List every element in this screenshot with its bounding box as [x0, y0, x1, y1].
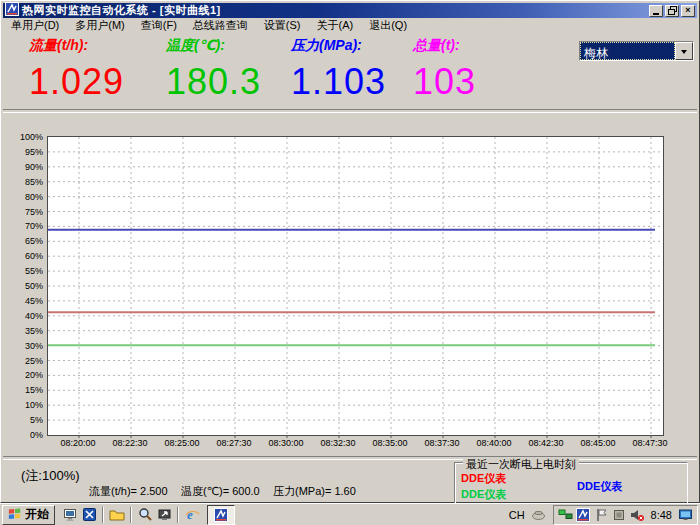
quicklaunch-divider [102, 507, 104, 523]
task-button-app[interactable] [207, 505, 235, 525]
readout-3: 总量(t):103 [413, 37, 476, 103]
restore-icon [668, 6, 677, 15]
readout-label: 流量(t/h): [29, 37, 124, 55]
screen: 热网实时监控自动化系统 - [实时曲线1] × 单用户(D)多用户(M)查询(F… [0, 0, 700, 525]
menu-item[interactable]: 关于(A) [309, 17, 362, 34]
y-tick-label: 55% [3, 266, 43, 276]
x-tick-label: 08:25:00 [152, 438, 212, 448]
dde-meter-label: DDE仪表 [461, 487, 506, 502]
quicklaunch-search-icon[interactable] [137, 507, 153, 523]
tray-monitor-icon[interactable] [678, 507, 693, 522]
menu-item[interactable]: 多用户(M) [67, 17, 133, 34]
readout-value: 180.3 [166, 61, 261, 103]
menu-item[interactable]: 总线路查询 [185, 17, 256, 34]
y-tick-label: 95% [3, 147, 43, 157]
windows-logo-icon [8, 506, 22, 523]
tray-network-icon[interactable] [558, 507, 573, 522]
menu-bar: 单用户(D)多用户(M)查询(F)总线路查询设置(S)关于(A)退出(Q) [3, 18, 697, 32]
minimize-button[interactable] [649, 5, 663, 17]
quicklaunch-desktop-icon[interactable] [62, 507, 78, 523]
x-tick-label: 08:30:00 [256, 438, 316, 448]
tray-volume-muted-icon[interactable] [630, 507, 645, 522]
quicklaunch-folder-icon[interactable] [109, 507, 125, 523]
y-tick-label: 30% [3, 341, 43, 351]
y-tick-label: 100% [3, 132, 43, 142]
scale-note: (注:100%) [21, 467, 80, 485]
reference-value: 温度(℃)= 600.0 [181, 484, 260, 499]
reference-value: 流量(t/h)= 2.500 [89, 484, 168, 499]
quicklaunch-divider [177, 507, 179, 523]
readout-2: 压力(MPa):1.103 [291, 37, 386, 103]
restore-button[interactable] [665, 5, 679, 17]
y-tick-label: 60% [3, 251, 43, 261]
language-indicator[interactable]: CH [509, 509, 525, 521]
x-tick-label: 08:45:00 [568, 438, 628, 448]
y-tick-label: 50% [3, 281, 43, 291]
readout-value: 1.029 [29, 61, 124, 103]
menu-item[interactable]: 单用户(D) [3, 17, 67, 34]
y-tick-label: 85% [3, 177, 43, 187]
system-tray: 8:48 [553, 505, 698, 525]
readout-label: 总量(t): [413, 37, 476, 55]
readout-label: 压力(MPa): [291, 37, 386, 55]
y-tick-label: 75% [3, 207, 43, 217]
close-icon: × [685, 6, 690, 15]
chart-plot-area [47, 136, 664, 436]
chevron-down-icon[interactable] [675, 42, 693, 60]
app-window: 热网实时监控自动化系统 - [实时曲线1] × 单用户(D)多用户(M)查询(F… [0, 0, 700, 503]
tray-app-logo-icon[interactable] [576, 507, 591, 522]
readout-label: 温度(℃): [166, 37, 261, 55]
x-tick-label: 08:20:00 [48, 438, 108, 448]
menu-item[interactable]: 查询(F) [133, 17, 185, 34]
readout-0: 流量(t/h):1.029 [29, 37, 124, 103]
x-tick-label: 08:32:30 [308, 438, 368, 448]
start-button[interactable]: 开始 [2, 505, 55, 525]
dde-meter-label: DDE仪表 [461, 471, 506, 486]
y-tick-label: 20% [3, 370, 43, 380]
reference-value: 压力(MPa)= 1.60 [273, 484, 356, 499]
y-tick-label: 35% [3, 326, 43, 336]
quick-launch: e [62, 507, 200, 523]
dde-meter-label: DDE仪表 [577, 479, 622, 494]
y-tick-label: 70% [3, 221, 43, 231]
quicklaunch-connect-icon[interactable] [156, 507, 172, 523]
y-tick-label: 80% [3, 192, 43, 202]
taskbar: 开始 e CH 8:48 [0, 503, 700, 525]
separator-top [3, 109, 697, 113]
x-tick-label: 08:47:30 [620, 438, 680, 448]
tray-flag-icon[interactable] [594, 507, 609, 522]
start-label: 开始 [25, 506, 49, 523]
readout-value: 1.103 [291, 61, 386, 103]
quicklaunch-app-blue-icon[interactable] [81, 507, 97, 523]
y-tick-label: 65% [3, 236, 43, 246]
x-tick-label: 08:40:00 [464, 438, 524, 448]
modem-icon[interactable] [531, 507, 547, 523]
menu-item[interactable]: 退出(Q) [361, 17, 415, 34]
svg-text:e: e [187, 507, 193, 522]
close-button[interactable]: × [681, 5, 695, 17]
y-tick-label: 45% [3, 296, 43, 306]
quicklaunch-divider [130, 507, 132, 523]
x-tick-label: 08:35:00 [360, 438, 420, 448]
y-tick-label: 90% [3, 162, 43, 172]
readout-1: 温度(℃):180.3 [166, 37, 261, 103]
separator-bottom [3, 456, 697, 460]
minimize-icon [653, 13, 659, 15]
y-tick-label: 5% [3, 415, 43, 425]
realtime-curve-chart [48, 137, 663, 435]
y-tick-label: 40% [3, 311, 43, 321]
station-select[interactable]: 梅林 [579, 41, 694, 61]
tray-device-icon[interactable] [612, 507, 627, 522]
menu-item[interactable]: 设置(S) [256, 17, 309, 34]
y-tick-label: 0% [3, 430, 43, 440]
power-event-groupbox: 最近一次断电上电时刻 DDE仪表DDE仪表DDE仪表 [454, 462, 688, 504]
groupbox-title: 最近一次断电上电时刻 [463, 457, 579, 472]
y-tick-label: 10% [3, 400, 43, 410]
x-tick-label: 08:37:30 [412, 438, 472, 448]
station-selected-value: 梅林 [580, 42, 675, 60]
quicklaunch-ie-icon[interactable]: e [184, 507, 200, 523]
tray-clock: 8:48 [648, 509, 675, 521]
y-tick-label: 15% [3, 385, 43, 395]
y-tick-label: 25% [3, 356, 43, 366]
x-tick-label: 08:42:30 [516, 438, 576, 448]
